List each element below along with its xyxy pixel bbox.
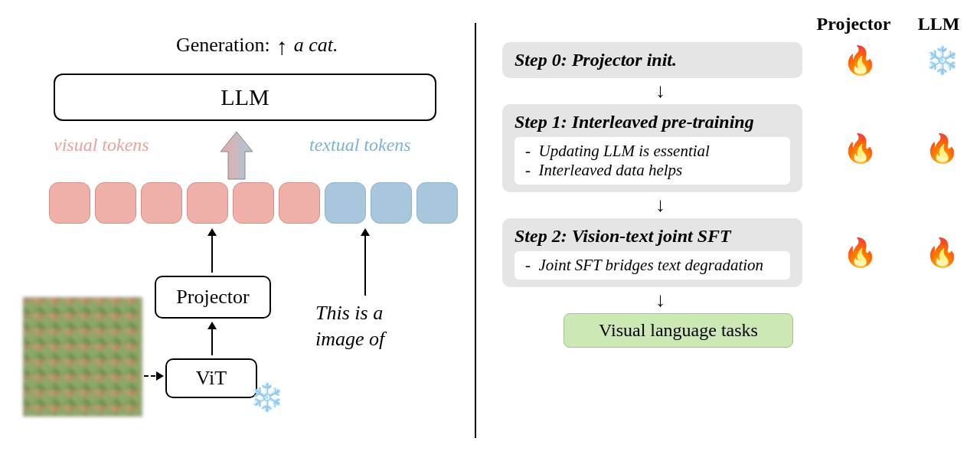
final-output-box: Visual language tasks xyxy=(564,313,793,348)
caption-line-2: image of xyxy=(315,328,384,350)
text-prompt: This is a image of xyxy=(315,300,384,352)
snowflake-icon: ❄️ xyxy=(250,381,284,414)
step-row-2: Step 2: Vision-text joint SFT - Joint SF… xyxy=(502,218,966,287)
arrow-image-to-vit xyxy=(144,375,162,377)
architecture-panel: Generation: ↑ a cat. LLM visual tokens t… xyxy=(0,0,475,461)
arrow-caption-to-tokens xyxy=(364,230,366,296)
visual-token xyxy=(141,182,182,224)
visual-token xyxy=(95,182,136,224)
step-body: - Joint SFT bridges text degradation xyxy=(514,251,790,280)
step-row-1: Step 1: Interleaved pre-training - Updat… xyxy=(502,104,966,192)
llm-block: LLM xyxy=(54,74,436,121)
textual-token xyxy=(371,182,412,224)
final-label: Visual language tasks xyxy=(599,320,758,340)
caption-line-1: This is a xyxy=(315,302,383,324)
step-bullet: - Joint SFT bridges text degradation xyxy=(525,256,779,275)
down-arrow-icon: ↓ xyxy=(502,195,966,215)
fire-icon: 🔥 xyxy=(818,132,902,165)
vit-label: ViT xyxy=(196,367,227,390)
textual-token xyxy=(325,182,366,224)
projector-label: Projector xyxy=(176,286,249,309)
vit-block: ViT xyxy=(165,358,257,398)
step-title: Step 0: Projector init. xyxy=(514,50,790,70)
up-arrow-icon: ↑ xyxy=(276,35,288,58)
arrow-vit-to-projector xyxy=(211,323,213,355)
header-llm: LLM xyxy=(914,14,963,34)
textual-token xyxy=(416,182,458,224)
projector-block: Projector xyxy=(155,276,271,319)
fire-icon: 🔥 xyxy=(818,237,902,269)
generation-label: Generation: xyxy=(176,34,270,57)
input-image xyxy=(23,297,142,417)
arrow-projector-to-tokens xyxy=(211,230,213,273)
textual-tokens-label: textual tokens xyxy=(309,135,411,155)
step-bullet: - Interleaved data helps xyxy=(525,161,779,180)
step-card-1: Step 1: Interleaved pre-training - Updat… xyxy=(502,104,802,192)
visual-token xyxy=(187,182,228,224)
generation-output: a cat. xyxy=(294,34,338,57)
down-arrow-icon: ↓ xyxy=(502,290,966,310)
llm-label: LLM xyxy=(220,84,269,110)
step-row-0: Step 0: Projector init. 🔥 ❄️ xyxy=(502,42,966,78)
training-steps-panel: Projector LLM Step 0: Projector init. 🔥 … xyxy=(475,0,980,461)
fire-icon: 🔥 xyxy=(818,44,902,77)
generation-line: Generation: ↑ a cat. xyxy=(176,34,338,57)
up-block-arrow-icon xyxy=(217,130,256,182)
step-title: Step 2: Vision-text joint SFT xyxy=(514,226,790,247)
visual-tokens-label: visual tokens xyxy=(54,135,149,155)
token-row xyxy=(49,182,458,224)
visual-token xyxy=(279,182,320,224)
visual-token xyxy=(49,182,90,224)
visual-token xyxy=(233,182,274,224)
fire-icon: 🔥 xyxy=(917,132,966,165)
step-card-2: Step 2: Vision-text joint SFT - Joint SF… xyxy=(502,218,802,287)
step-card-0: Step 0: Projector init. xyxy=(502,42,802,78)
down-arrow-icon: ↓ xyxy=(502,81,966,101)
step-title: Step 1: Interleaved pre-training xyxy=(514,112,790,132)
snowflake-icon: ❄️ xyxy=(917,44,966,77)
header-projector: Projector xyxy=(812,14,896,34)
fire-icon: 🔥 xyxy=(917,237,966,269)
step-bullet: - Updating LLM is essential xyxy=(525,142,779,161)
step-body: - Updating LLM is essential - Interleave… xyxy=(514,137,790,185)
column-headers: Projector LLM xyxy=(502,14,966,34)
